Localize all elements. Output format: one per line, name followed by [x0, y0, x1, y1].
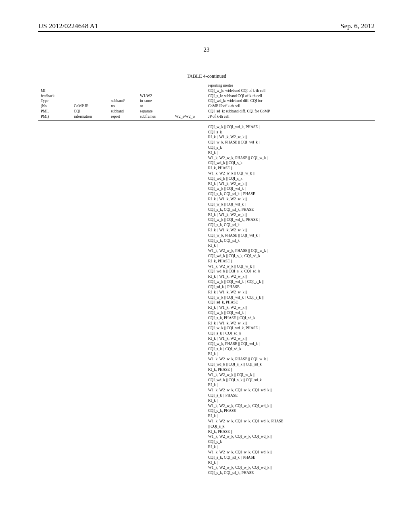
table-cell	[71, 120, 108, 478]
page: US 2012/0224648 A1 Sep. 6, 2012 23 TABLE…	[0, 0, 413, 494]
table-cell	[108, 120, 138, 478]
table-cell	[38, 120, 71, 478]
col-header-comp-jp-cqi: CoMP JP CQI information	[71, 82, 108, 121]
page-header: US 2012/0224648 A1 Sep. 6, 2012	[38, 22, 375, 32]
table-cell-reporting-modes-body: CQI_w_k || CQI_wd_k, PHASE || CQI_s_k RI…	[206, 120, 375, 478]
col-header-w2s-w2w: W2_s/W2_w	[173, 82, 206, 121]
publication-number: US 2012/0224648 A1	[38, 22, 98, 30]
col-header-w1-w2: W1/W2 in same or separate subframes	[138, 82, 173, 121]
col-header-mi-feedback-type: MI feedback Type (No PMI, PMI)	[38, 82, 71, 121]
table-cell	[173, 120, 206, 478]
table-cell	[138, 120, 173, 478]
col-header-subband: subband/ no subband report	[108, 82, 138, 121]
publication-date: Sep. 6, 2012	[340, 22, 375, 30]
page-number: 23	[38, 46, 375, 53]
col-header-reporting-modes: reporting modes CQI_w_k: wideband CQI of…	[206, 82, 375, 121]
table-title: TABLE 4-continued	[38, 73, 375, 79]
table-4-continued: MI feedback Type (No PMI, PMI) CoMP JP C…	[38, 82, 375, 478]
